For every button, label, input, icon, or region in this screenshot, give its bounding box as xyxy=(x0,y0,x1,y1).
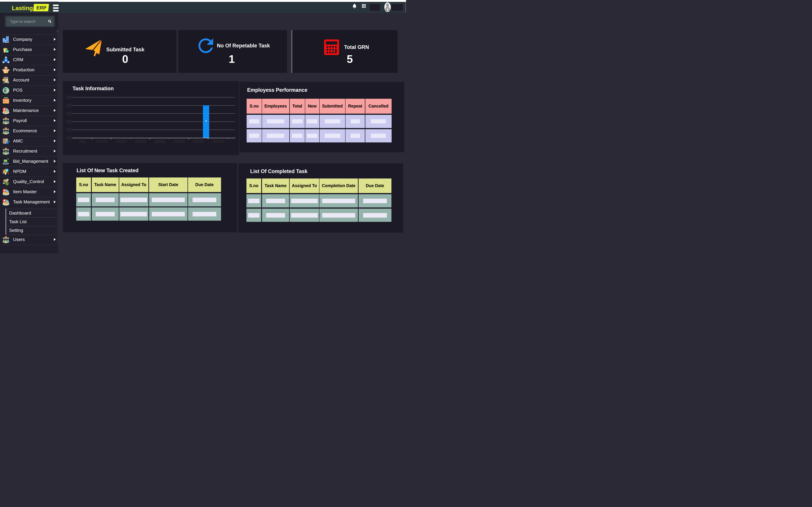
svg-text:S: S xyxy=(5,67,7,70)
